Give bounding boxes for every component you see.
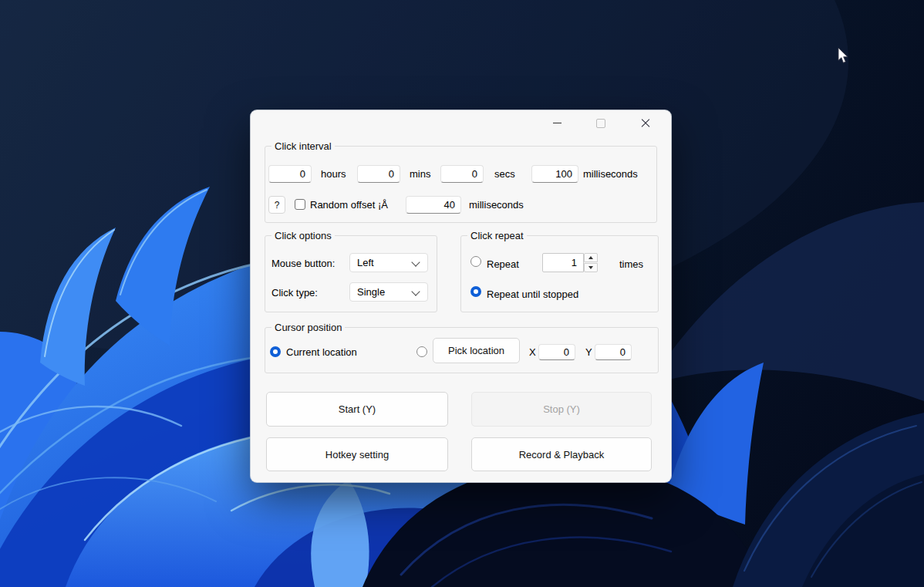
current-location-label: Current location — [286, 343, 357, 361]
click-options-group-label: Click options — [271, 230, 335, 241]
mins-label: mins — [410, 165, 430, 183]
repeat-count-input[interactable] — [542, 253, 584, 272]
chevron-down-icon — [411, 287, 420, 295]
x-input[interactable] — [538, 344, 575, 360]
milliseconds-input[interactable] — [531, 165, 578, 183]
close-icon — [641, 119, 650, 128]
secs-input[interactable] — [440, 165, 484, 183]
close-button[interactable] — [626, 111, 665, 135]
maximize-icon — [596, 119, 605, 128]
hotkey-setting-button[interactable]: Hotkey setting — [266, 437, 448, 471]
arrow-cursor-icon — [838, 48, 849, 64]
x-label: X — [529, 343, 536, 361]
triangle-up-icon — [588, 256, 593, 259]
cursor-position-group-label: Cursor position — [271, 322, 345, 333]
random-offset-input[interactable] — [406, 196, 461, 214]
pick-location-radio[interactable] — [416, 346, 427, 357]
start-button[interactable]: Start (Y) — [266, 392, 448, 427]
random-offset-label: Random offset ¡Å — [310, 196, 388, 214]
hours-input[interactable] — [268, 165, 312, 183]
pick-location-button[interactable]: Pick location — [433, 338, 520, 363]
minimize-icon — [553, 123, 561, 123]
click-options-group: Click options Mouse button: Left Click t… — [265, 235, 437, 312]
auto-clicker-window: Click interval hours mins secs milliseco… — [251, 110, 671, 482]
maximize-button[interactable] — [582, 111, 620, 135]
times-label: times — [619, 255, 643, 273]
help-button[interactable]: ? — [268, 196, 285, 214]
triangle-down-icon — [588, 266, 593, 269]
click-interval-group-label: Click interval — [271, 140, 335, 152]
y-input[interactable] — [595, 344, 632, 360]
record-playback-button[interactable]: Record & Playback — [471, 437, 652, 471]
spinner-down-button[interactable] — [584, 263, 598, 272]
mouse-button-value: Left — [357, 257, 374, 268]
repeat-until-stopped-label: Repeat until stopped — [487, 285, 578, 303]
click-type-label: Click type: — [271, 284, 318, 302]
milliseconds-label: milliseconds — [583, 165, 638, 183]
cursor-position-group: Cursor position Current location Pick lo… — [265, 327, 659, 373]
y-label: Y — [585, 343, 592, 361]
stop-button[interactable]: Stop (Y) — [471, 392, 652, 427]
click-type-dropdown[interactable]: Single — [349, 282, 428, 302]
mouse-button-label: Mouse button: — [271, 255, 335, 272]
click-interval-group: Click interval hours mins secs milliseco… — [265, 146, 657, 223]
secs-label: secs — [494, 165, 515, 183]
minimize-button[interactable] — [538, 111, 576, 135]
repeat-count-spinner — [542, 253, 598, 272]
repeat-until-stopped-radio[interactable] — [470, 286, 481, 297]
spinner-up-button[interactable] — [584, 253, 598, 262]
repeat-radio[interactable] — [470, 256, 481, 267]
mouse-button-dropdown[interactable]: Left — [349, 253, 428, 272]
hours-label: hours — [321, 165, 346, 183]
random-offset-unit-label: milliseconds — [469, 196, 524, 214]
repeat-label: Repeat — [487, 255, 519, 273]
chevron-down-icon — [411, 258, 420, 266]
random-offset-checkbox[interactable] — [295, 199, 305, 210]
mins-input[interactable] — [357, 165, 400, 183]
click-repeat-group-label: Click repeat — [467, 230, 527, 241]
current-location-radio[interactable] — [270, 346, 281, 357]
click-type-value: Single — [357, 286, 385, 298]
click-repeat-group: Click repeat Repeat times Repeat until s… — [460, 235, 659, 312]
